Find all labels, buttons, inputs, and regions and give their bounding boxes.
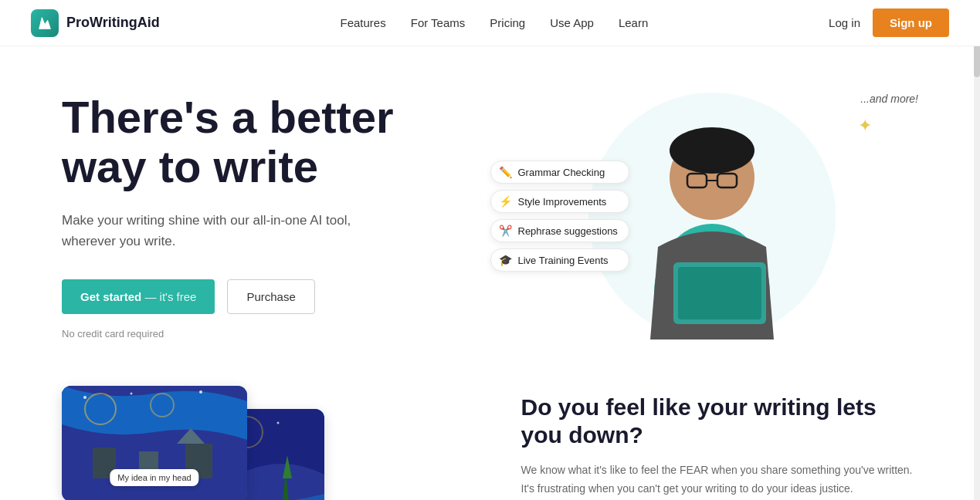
- idea-bubble: My idea in my head: [110, 469, 198, 486]
- pill-rephrase: ✂️ Rephrase suggestions: [490, 219, 629, 242]
- section2-title: Do you feel like your writing lets you d…: [521, 394, 919, 449]
- pill-training-label: Live Training Events: [518, 255, 609, 266]
- get-started-label: Get started: [80, 290, 141, 303]
- pill-training: 🎓 Live Training Events: [490, 248, 629, 272]
- card-stack: My idea in my head: [62, 386, 324, 500]
- person-illustration: [596, 93, 828, 340]
- and-more-text: ...and more!: [860, 93, 918, 105]
- signup-button[interactable]: Sign up: [873, 8, 949, 37]
- pill-grammar: ✏️ Grammar Checking: [490, 160, 629, 184]
- logo-icon: [31, 9, 59, 37]
- svg-point-21: [131, 393, 133, 395]
- purchase-button[interactable]: Purchase: [227, 279, 314, 314]
- hero-title-line1: There's a better: [62, 92, 394, 142]
- nav-use-app[interactable]: Use App: [550, 16, 594, 29]
- svg-point-22: [199, 390, 202, 394]
- hero-title-line2: way to write: [62, 141, 318, 191]
- nav-actions: Log in Sign up: [829, 8, 949, 37]
- svg-point-20: [83, 396, 86, 399]
- main-nav: ProWritingAid Features For Teams Pricing…: [0, 0, 980, 46]
- rephrase-icon: ✂️: [499, 225, 512, 237]
- hero-illustration: ✏️ Grammar Checking ⚡ Style Improvements…: [506, 93, 919, 340]
- svg-rect-7: [678, 267, 761, 319]
- idea-label: My idea in my head: [117, 473, 191, 482]
- pill-grammar-label: Grammar Checking: [518, 167, 605, 178]
- card-front: My idea in my head: [62, 386, 247, 500]
- hero-section: There's a better way to write Make your …: [0, 46, 980, 370]
- style-icon: ⚡: [499, 195, 512, 208]
- section2-title-text: Do you feel like your writing lets you d…: [521, 394, 877, 448]
- free-label: — it's free: [144, 290, 196, 303]
- card-front-bg: My idea in my head: [62, 386, 247, 500]
- grammar-icon: ✏️: [499, 166, 512, 178]
- nav-for-teams[interactable]: For Teams: [411, 16, 466, 29]
- hero-subtitle: Make your writing shine with our all-in-…: [62, 210, 355, 252]
- section2: My idea in my head Do you feel like your…: [0, 370, 980, 500]
- svg-point-16: [277, 422, 280, 424]
- pill-rephrase-label: Rephrase suggestions: [518, 225, 618, 237]
- get-started-button[interactable]: Get started — it's free: [62, 279, 215, 314]
- nav-pricing[interactable]: Pricing: [490, 16, 525, 29]
- feature-pills: ✏️ Grammar Checking ⚡ Style Improvements…: [490, 160, 629, 272]
- logo-text: ProWritingAid: [66, 15, 160, 31]
- hero-title: There's a better way to write: [62, 93, 475, 191]
- section2-content: Do you feel like your writing lets you d…: [521, 386, 919, 498]
- scrollbar[interactable]: [974, 0, 980, 500]
- sparkle-icon: ✦: [858, 116, 872, 136]
- hero-content: There's a better way to write Make your …: [62, 93, 475, 340]
- login-button[interactable]: Log in: [829, 16, 860, 29]
- no-credit-text: No credit card required: [62, 328, 475, 340]
- nav-features[interactable]: Features: [341, 16, 386, 29]
- section2-illustration: My idea in my head: [62, 386, 459, 500]
- nav-links: Features For Teams Pricing Use App Learn: [341, 16, 649, 29]
- training-icon: 🎓: [499, 254, 512, 266]
- hero-buttons: Get started — it's free Purchase: [62, 279, 475, 314]
- pill-style: ⚡ Style Improvements: [490, 190, 629, 213]
- logo[interactable]: ProWritingAid: [31, 9, 160, 37]
- nav-learn[interactable]: Learn: [619, 16, 648, 29]
- svg-point-2: [670, 127, 754, 174]
- pill-style-label: Style Improvements: [518, 196, 607, 208]
- section2-description: We know what it's like to feel the FEAR …: [521, 461, 919, 498]
